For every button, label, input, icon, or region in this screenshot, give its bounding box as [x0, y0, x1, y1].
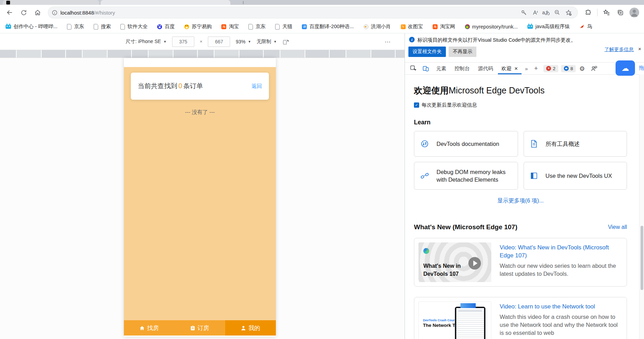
- bookmark-item[interactable]: myrepository/trunk...: [465, 24, 518, 30]
- page-icon: [248, 24, 253, 30]
- devtools-panel: i 标识项目的根文件夹以打开Visual Studio Code中的源文件并同步…: [405, 33, 644, 339]
- profile-button[interactable]: [628, 7, 641, 18]
- bookmark-item[interactable]: 淘淘宝: [221, 23, 239, 30]
- browser-tab-active[interactable]: [101, 0, 230, 5]
- bookmark-item[interactable]: 鸟: [579, 23, 592, 30]
- media-query-ruler[interactable]: [0, 50, 405, 58]
- more-tabs-button[interactable]: »: [523, 66, 530, 72]
- show-welcome-checkbox-row[interactable]: ✓ 每次更新后显示欢迎信息: [414, 102, 639, 108]
- checkbox-checked-icon[interactable]: ✓: [414, 102, 419, 108]
- profile-avatar: [629, 8, 639, 17]
- bookmark-item[interactable]: ↘改图宝: [401, 23, 423, 30]
- refresh-button[interactable]: [17, 7, 30, 18]
- bookmark-item[interactable]: 苏宁易购: [184, 23, 212, 30]
- back-link[interactable]: 返回: [252, 83, 262, 90]
- address-bar[interactable]: localhost:8848/#/history aあ: [48, 7, 578, 18]
- add-tab-button[interactable]: +: [531, 65, 541, 72]
- nav-tab-book-room[interactable]: 订房: [175, 320, 225, 336]
- extensions-button[interactable]: [582, 7, 594, 18]
- error-badge[interactable]: ✕2: [543, 65, 558, 72]
- learn-card-grid: DevTools documentation 所有工具概述 Debug DOM …: [414, 131, 639, 190]
- tab-elements[interactable]: 元素: [433, 63, 450, 74]
- video-title-link[interactable]: Video: Learn to use the Network tool: [500, 303, 622, 311]
- browser-tab[interactable]: [3, 0, 99, 5]
- phone-page-top: [124, 58, 276, 67]
- more-options-button[interactable]: …: [384, 37, 391, 44]
- bookmark-item[interactable]: 软件大全: [120, 23, 147, 30]
- set-root-folder-button[interactable]: 设置根文件夹: [408, 47, 446, 57]
- device-select[interactable]: 尺寸: iPhone SE▼: [126, 39, 167, 45]
- add-favorite-button[interactable]: [563, 8, 574, 17]
- person-icon: [241, 325, 246, 331]
- favorites-button[interactable]: [600, 7, 613, 18]
- read-aloud-button[interactable]: [529, 8, 541, 17]
- settings-button[interactable]: ⚙: [577, 65, 587, 72]
- translate-icon: aあ: [542, 9, 550, 16]
- issues-badge[interactable]: 8: [561, 65, 576, 72]
- bookmark-item[interactable]: 洪湖小肖: [364, 23, 391, 30]
- close-icon[interactable]: ✕: [514, 66, 518, 71]
- bookmark-item[interactable]: 天猫: [275, 23, 292, 30]
- edge-logo-icon: [423, 248, 429, 254]
- nav-tab-find-room[interactable]: 找房: [124, 320, 175, 336]
- video-card-network-tool[interactable]: DevTools Crash Course The Network Tool V…: [414, 297, 627, 339]
- bookmark-item[interactable]: 百度: [157, 23, 175, 30]
- viewport-width-input[interactable]: [172, 36, 194, 47]
- card-detached-elements[interactable]: Debug DOM memory leaks with Detached Ele…: [414, 162, 518, 190]
- bookmark-item[interactable]: 创作中心 - 哔哩哔...: [6, 23, 57, 30]
- video-thumbnail[interactable]: What's New inDevTools 107: [418, 242, 491, 282]
- viewport-height-input[interactable]: [208, 36, 230, 47]
- show-more-link[interactable]: 显示更多项(6 项)...: [414, 197, 627, 205]
- chevron-down-icon: ▼: [163, 40, 167, 43]
- info-icon: i: [409, 37, 415, 42]
- back-button[interactable]: [3, 7, 16, 18]
- card-tools-overview[interactable]: 所有工具概述: [524, 131, 627, 157]
- card-devtools-documentation[interactable]: DevTools documentation: [414, 131, 518, 157]
- scrollbar-thumb[interactable]: [641, 226, 643, 290]
- bilibili-icon: [527, 25, 533, 29]
- tab-welcome[interactable]: 欢迎✕: [498, 63, 522, 74]
- video-card-whats-new[interactable]: What's New inDevTools 107 Video: What's …: [414, 238, 627, 287]
- close-icon[interactable]: ×: [638, 46, 641, 52]
- bookmark-item[interactable]: 译百度翻译-200种语...: [302, 23, 354, 30]
- card-new-devtools-ux[interactable]: Use the new DevTools UX: [524, 162, 627, 190]
- page-icon: [67, 24, 71, 30]
- play-button-icon[interactable]: [468, 257, 481, 270]
- zoom-select[interactable]: 93%▼: [236, 39, 251, 44]
- tab-sources[interactable]: 源代码: [475, 63, 497, 74]
- devtools-scrollbar[interactable]: [639, 74, 644, 339]
- netdisk-overlay-button[interactable]: ☁: [616, 60, 635, 76]
- view-all-link[interactable]: View all: [608, 224, 627, 230]
- rotate-button[interactable]: [282, 39, 289, 45]
- bookmarks-bar: 创作中心 - 哔哩哔... 京东 搜索 软件大全 百度 苏宁易购 淘淘宝 京东 …: [0, 20, 644, 33]
- url-text[interactable]: localhost:8848/#/history: [60, 10, 115, 16]
- chevron-down-icon: ▼: [273, 40, 277, 43]
- tab-console[interactable]: 控制台: [451, 63, 473, 74]
- thumbnail-caption: What's New inDevTools 107: [423, 262, 461, 278]
- throttling-select[interactable]: 无限制▼: [256, 39, 277, 45]
- bookmark-item[interactable]: 京东: [248, 23, 265, 30]
- video-title-link[interactable]: Video: What's New in DevTools (Microsoft…: [500, 244, 622, 260]
- bookmark-item[interactable]: 淘淘宝网: [433, 23, 455, 30]
- video-thumbnail[interactable]: DevTools Crash Course The Network Tool: [418, 301, 491, 339]
- bookmark-item[interactable]: 搜索: [94, 23, 111, 30]
- tab-label: 控制台: [455, 65, 470, 72]
- nav-tab-mine[interactable]: 我的: [225, 320, 276, 336]
- welcome-panel: 欢迎使用Microsoft Edge DevTools ✓ 每次更新后显示欢迎信…: [405, 74, 639, 339]
- feedback-person-icon: [591, 65, 598, 72]
- inspect-element-button[interactable]: [408, 64, 419, 73]
- home-button[interactable]: [31, 7, 44, 18]
- zoom-out-button[interactable]: [552, 8, 563, 17]
- device-toolbar-toggle[interactable]: [420, 64, 431, 73]
- dont-show-again-button[interactable]: 不再显示: [449, 47, 476, 57]
- bookmark-item[interactable]: 京东: [67, 23, 84, 30]
- translate-button[interactable]: aあ: [541, 8, 552, 17]
- issues-count: 8: [570, 66, 573, 71]
- feedback-button[interactable]: [588, 64, 600, 73]
- password-button[interactable]: [518, 8, 529, 17]
- video-description: Watch our new video series to learn abou…: [500, 262, 622, 278]
- bookmark-item[interactable]: java高级程序猿: [527, 23, 570, 30]
- learn-more-link[interactable]: 了解更多信息: [604, 47, 634, 53]
- collections-button[interactable]: [614, 7, 627, 18]
- order-summary-card: 当前共查找到0条订单 返回: [131, 73, 269, 100]
